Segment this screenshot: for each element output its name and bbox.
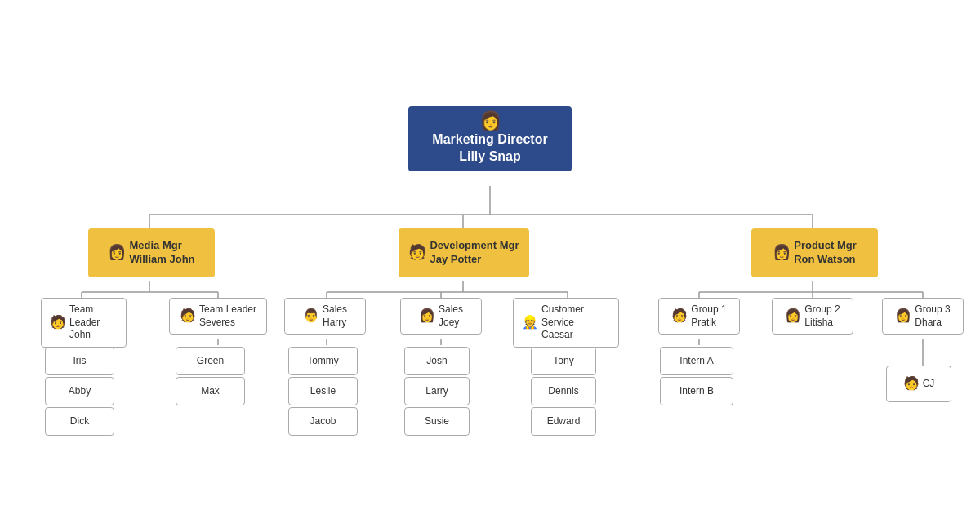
josh-box: Josh bbox=[404, 347, 470, 375]
node-sales-harry: 👨 Sales Harry bbox=[284, 298, 366, 335]
node-abby: Abby bbox=[45, 377, 114, 405]
cj-label: CJ bbox=[923, 378, 935, 391]
intern-b-label: Intern B bbox=[679, 385, 714, 398]
josh-label: Josh bbox=[426, 355, 447, 368]
media-mgr-avatar: 👩 bbox=[108, 245, 126, 259]
tl-severes-avatar: 🧑 bbox=[180, 308, 196, 325]
node-dennis: Dennis bbox=[531, 377, 596, 405]
g2-litisha-box: 👩 Group 2 Litisha bbox=[772, 298, 853, 335]
media-mgr-name: William John bbox=[129, 253, 194, 267]
intern-b-box: Intern B bbox=[660, 377, 733, 405]
g1-pratik-name: Pratik bbox=[691, 317, 726, 330]
intern-a-box: Intern A bbox=[660, 347, 733, 375]
root-name: Lilly Snap bbox=[459, 148, 521, 166]
g3-dhara-title: Group 3 bbox=[915, 304, 950, 317]
node-edward: Edward bbox=[531, 407, 596, 436]
dev-mgr-name: Jay Potter bbox=[430, 253, 519, 267]
iris-box: Iris bbox=[45, 347, 114, 375]
tommy-label: Tommy bbox=[307, 355, 339, 368]
org-chart: 👩 Marketing Director Lilly Snap 👩 Media … bbox=[0, 0, 980, 514]
leslie-box: Leslie bbox=[288, 377, 358, 405]
cs-caesar-avatar: 👷 bbox=[522, 314, 538, 331]
g2-litisha-title: Group 2 bbox=[804, 304, 840, 317]
tony-box: Tony bbox=[531, 347, 596, 375]
root-node: 👩 Marketing Director Lilly Snap bbox=[408, 106, 572, 171]
node-product-mgr: 👩 Product Mgr Ron Watson bbox=[751, 228, 878, 277]
root-title: Marketing Director bbox=[432, 131, 547, 148]
sales-harry-title: Sales bbox=[323, 304, 347, 317]
g1-pratik-avatar: 🧑 bbox=[671, 308, 688, 325]
sales-joey-title: Sales bbox=[439, 304, 463, 317]
leslie-label: Leslie bbox=[310, 385, 336, 398]
abby-label: Abby bbox=[69, 385, 91, 398]
product-mgr-box: 👩 Product Mgr Ron Watson bbox=[751, 228, 878, 277]
node-dick: Dick bbox=[45, 407, 114, 436]
dev-mgr-title: Development Mgr bbox=[430, 239, 519, 253]
node-tony: Tony bbox=[531, 347, 596, 375]
tl-john-avatar: 🧑 bbox=[50, 314, 66, 331]
dennis-box: Dennis bbox=[531, 377, 596, 405]
node-susie: Susie bbox=[404, 407, 470, 436]
jacob-box: Jacob bbox=[288, 407, 358, 436]
dev-mgr-avatar: 🧑 bbox=[408, 245, 426, 259]
g2-litisha-name: Litisha bbox=[804, 317, 840, 330]
sales-joey-box: 👩 Sales Joey bbox=[400, 298, 482, 335]
node-tl-john: 🧑 Team Leader John bbox=[41, 298, 127, 348]
dev-mgr-box: 🧑 Development Mgr Jay Potter bbox=[399, 228, 529, 277]
node-green: Green bbox=[176, 347, 245, 375]
abby-box: Abby bbox=[45, 377, 114, 405]
node-cs-caesar: 👷 Customer Service Caesar bbox=[513, 298, 619, 348]
node-sales-joey: 👩 Sales Joey bbox=[400, 298, 482, 335]
node-intern-a: Intern A bbox=[660, 347, 733, 375]
sales-joey-avatar: 👩 bbox=[419, 308, 435, 325]
node-media-mgr: 👩 Media Mgr William John bbox=[88, 228, 215, 277]
node-dev-mgr: 🧑 Development Mgr Jay Potter bbox=[399, 228, 529, 277]
dennis-label: Dennis bbox=[548, 385, 578, 398]
susie-label: Susie bbox=[425, 415, 449, 428]
node-josh: Josh bbox=[404, 347, 470, 375]
cj-avatar: 🧑 bbox=[903, 375, 920, 392]
g3-dhara-box: 👩 Group 3 Dhara bbox=[882, 298, 964, 335]
node-larry: Larry bbox=[404, 377, 470, 405]
g1-pratik-box: 🧑 Group 1 Pratik bbox=[658, 298, 740, 335]
sales-harry-name: Harry bbox=[323, 317, 347, 330]
edward-label: Edward bbox=[547, 415, 581, 428]
node-iris: Iris bbox=[45, 347, 114, 375]
g3-dhara-name: Dhara bbox=[915, 317, 950, 330]
cj-box: 🧑 CJ bbox=[886, 366, 951, 402]
media-mgr-title: Media Mgr bbox=[129, 239, 194, 253]
node-leslie: Leslie bbox=[288, 377, 358, 405]
g1-pratik-title: Group 1 bbox=[691, 304, 726, 317]
dick-label: Dick bbox=[70, 415, 89, 428]
larry-box: Larry bbox=[404, 377, 470, 405]
tommy-box: Tommy bbox=[288, 347, 358, 375]
cs-caesar-name: Caesar bbox=[541, 329, 610, 342]
node-max: Max bbox=[176, 377, 245, 405]
media-mgr-box: 👩 Media Mgr William John bbox=[88, 228, 215, 277]
tl-john-title: Team Leader bbox=[69, 304, 118, 329]
tl-john-box: 🧑 Team Leader John bbox=[41, 298, 127, 348]
node-tommy: Tommy bbox=[288, 347, 358, 375]
sales-joey-name: Joey bbox=[439, 317, 463, 330]
g2-litisha-avatar: 👩 bbox=[785, 308, 801, 325]
cs-caesar-box: 👷 Customer Service Caesar bbox=[513, 298, 619, 348]
product-mgr-avatar: 👩 bbox=[773, 245, 791, 259]
dick-box: Dick bbox=[45, 407, 114, 436]
product-mgr-title: Product Mgr bbox=[794, 239, 857, 253]
sales-harry-avatar: 👨 bbox=[303, 308, 319, 325]
green-box: Green bbox=[176, 347, 245, 375]
g3-dhara-avatar: 👩 bbox=[895, 308, 911, 325]
root-node-box: 👩 Marketing Director Lilly Snap bbox=[408, 106, 572, 171]
tony-label: Tony bbox=[553, 355, 573, 368]
node-intern-b: Intern B bbox=[660, 377, 733, 405]
tl-severes-box: 🧑 Team Leader Severes bbox=[169, 298, 267, 335]
jacob-label: Jacob bbox=[310, 415, 336, 428]
sales-harry-box: 👨 Sales Harry bbox=[284, 298, 366, 335]
susie-box: Susie bbox=[404, 407, 470, 436]
tl-john-name: John bbox=[69, 329, 118, 342]
green-label: Green bbox=[197, 355, 224, 368]
edward-box: Edward bbox=[531, 407, 596, 436]
product-mgr-name: Ron Watson bbox=[794, 253, 857, 267]
root-avatar: 👩 bbox=[479, 112, 501, 130]
node-g1-pratik: 🧑 Group 1 Pratik bbox=[658, 298, 740, 335]
